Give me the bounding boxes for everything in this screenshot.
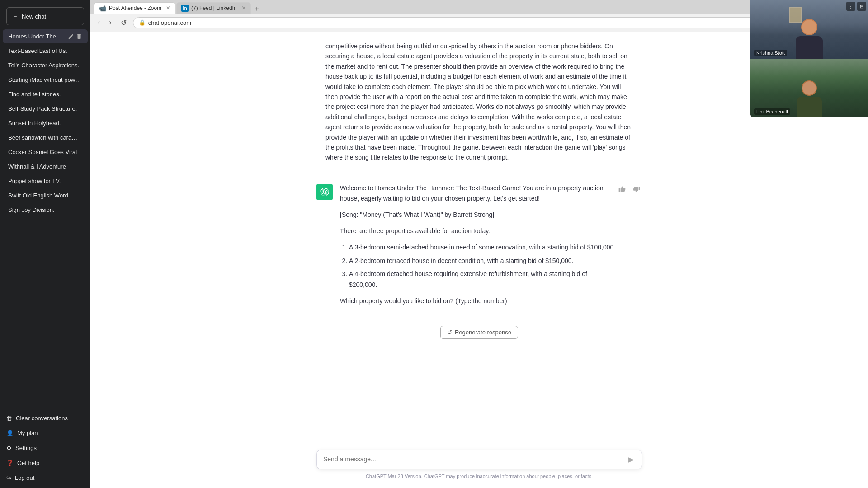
settings-label: Settings xyxy=(15,445,37,451)
help-icon: ❓ xyxy=(6,460,14,466)
sidebar-item-puppet-show[interactable]: Puppet show for TV. xyxy=(3,174,88,188)
video-overlay: ⋮ ⊟ Krishna Stott Phil Birchenall xyxy=(750,0,868,117)
linkedin-favicon: in xyxy=(181,5,189,12)
my-plan-button[interactable]: 👤 My plan xyxy=(0,426,90,441)
log-out-label: Log out xyxy=(15,474,34,481)
footer-text: ChatGPT Mar 23 Version. ChatGPT may prod… xyxy=(316,474,642,479)
lock-icon: 🔒 xyxy=(139,19,146,26)
sidebar-item-label: Starting iMac without power b xyxy=(8,76,82,83)
sidebar-item-sign-joy-division[interactable]: Sign Joy Division. xyxy=(3,203,88,217)
tab-label: (7) Feed | LinkedIn xyxy=(191,5,237,11)
regenerate-button[interactable]: ↺ Regenerate response xyxy=(440,326,518,339)
video-participant-name: Phil Birchenall xyxy=(754,108,790,115)
regenerate-bar: ↺ Regenerate response xyxy=(90,321,868,343)
sidebar-item-find-and-tell[interactable]: Find and tell stories. xyxy=(3,87,88,101)
tab-close-icon[interactable]: ✕ xyxy=(241,5,246,11)
message-input-box xyxy=(316,450,642,471)
sidebar-bottom: 🗑 Clear conversations 👤 My plan ⚙ Settin… xyxy=(0,408,90,488)
input-area: ChatGPT Mar 23 Version. ChatGPT may prod… xyxy=(90,445,868,488)
sidebar-item-label: Homes Under The Ham xyxy=(8,33,64,40)
video-settings-button[interactable]: ⋮ xyxy=(846,2,855,11)
openai-logo xyxy=(320,188,329,197)
get-help-label: Get help xyxy=(17,460,39,466)
sidebar-item-label: Sunset in Holyhead. xyxy=(8,120,82,127)
url-text: chat.openai.com xyxy=(148,19,818,26)
sidebar-item-beef-sandwich[interactable]: Beef sandwich with carameliz xyxy=(3,131,88,145)
sidebar-item-label: Find and tell stories. xyxy=(8,91,82,98)
tab-close-icon[interactable]: ✕ xyxy=(166,5,170,11)
thumbs-down-button[interactable] xyxy=(631,184,642,195)
video-tile-phil: Phil Birchenall xyxy=(750,59,868,118)
sidebar-item-label: Beef sandwich with carameliz xyxy=(8,134,82,141)
trash-icon: 🗑 xyxy=(6,415,12,422)
log-out-button[interactable]: ↪ Log out xyxy=(0,470,90,485)
sidebar-item-label: Self-Study Pack Structure. xyxy=(8,105,82,112)
sidebar-item-self-study[interactable]: Self-Study Pack Structure. xyxy=(3,102,88,116)
tab-label: Post Attendee - Zoom xyxy=(109,5,161,11)
logout-icon: ↪ xyxy=(6,474,11,481)
ai-properties-intro: There are three properties available for… xyxy=(340,226,617,237)
thumbs-up-button[interactable] xyxy=(617,184,627,195)
send-button[interactable] xyxy=(625,454,637,466)
get-help-button[interactable]: ❓ Get help xyxy=(0,455,90,470)
thumbs-up-icon xyxy=(618,186,626,193)
delete-icon[interactable] xyxy=(76,33,82,40)
system-prompt-message: competitive price without being outbid o… xyxy=(316,32,642,174)
sidebar-item-sunset-holyhead[interactable]: Sunset in Holyhead. xyxy=(3,116,88,130)
sidebar-item-text-based-last-of-us[interactable]: Text-Based Last of Us. xyxy=(3,44,88,58)
sidebar-item-swift-old-english[interactable]: Swift Old English Word xyxy=(3,188,88,202)
sidebar-item-starting-imac[interactable]: Starting iMac without power b xyxy=(3,73,88,87)
regenerate-label: Regenerate response xyxy=(455,329,511,336)
video-tile-controls: ⋮ ⊟ xyxy=(846,2,866,11)
video-participant-name: Krishna Stott xyxy=(754,50,787,56)
message-input[interactable] xyxy=(316,450,642,469)
address-bar[interactable]: 🔒 chat.openai.com ↺ xyxy=(133,17,832,28)
ai-response-block: Welcome to Homes Under The Hammer: The T… xyxy=(307,174,651,321)
browser-tab-zoom[interactable]: 📹 Post Attendee - Zoom ✕ xyxy=(94,2,175,14)
my-plan-label: My plan xyxy=(17,430,38,436)
properties-list: A 3-bedroom semi-detached house in need … xyxy=(340,242,617,291)
ai-intro-text: Welcome to Homes Under The Hammer: The T… xyxy=(340,183,617,205)
reload-button[interactable]: ↺ xyxy=(118,17,129,28)
ai-question-text: Which property would you like to bid on?… xyxy=(340,296,617,307)
back-button[interactable]: ‹ xyxy=(95,17,103,28)
settings-button[interactable]: ⚙ Settings xyxy=(0,441,90,455)
sidebar-item-label: Withnail & I Adventure xyxy=(8,163,82,170)
forward-button[interactable]: › xyxy=(106,17,114,28)
list-item: A 4-bedroom detached house requiring ext… xyxy=(349,269,617,291)
sidebar-item-label: Tel's Character Aspirations. xyxy=(8,62,82,69)
new-chat-button[interactable]: ＋ New chat xyxy=(6,7,84,25)
user-icon: 👤 xyxy=(6,430,14,436)
sidebar-item-label: Puppet show for TV. xyxy=(8,178,82,184)
sidebar-item-actions xyxy=(68,33,82,40)
send-icon xyxy=(627,456,635,464)
new-tab-button[interactable]: ＋ xyxy=(252,4,262,14)
thumbs-down-icon xyxy=(633,186,640,193)
zoom-favicon: 📹 xyxy=(99,5,106,12)
sidebar-item-label: Sign Joy Division. xyxy=(8,206,82,213)
video-tile-krishna: ⋮ ⊟ Krishna Stott xyxy=(750,0,868,59)
ai-message-row: Welcome to Homes Under The Hammer: The T… xyxy=(316,183,642,312)
new-chat-label: New chat xyxy=(22,13,46,20)
plus-icon: ＋ xyxy=(12,12,18,20)
sidebar-item-label: Swift Old English Word xyxy=(8,192,82,199)
browser-tab-linkedin[interactable]: in (7) Feed | LinkedIn ✕ xyxy=(176,2,251,14)
sidebar-item-homes-under-the-ham[interactable]: Homes Under The Ham xyxy=(3,29,88,43)
clear-conversations-button[interactable]: 🗑 Clear conversations xyxy=(0,411,90,426)
chatgpt-version-link[interactable]: ChatGPT Mar 23 Version xyxy=(366,474,421,479)
clear-conversations-label: Clear conversations xyxy=(16,415,68,422)
settings-icon: ⚙ xyxy=(6,445,12,451)
sidebar-item-withnail[interactable]: Withnail & I Adventure xyxy=(3,160,88,174)
list-item: A 2-bedroom terraced house in decent con… xyxy=(349,256,617,267)
video-minimize-button[interactable]: ⊟ xyxy=(857,2,866,11)
footer-disclaimer: . ChatGPT may produce inaccurate informa… xyxy=(421,474,593,479)
ai-response-content: Welcome to Homes Under The Hammer: The T… xyxy=(340,183,617,312)
sidebar-item-tels-character[interactable]: Tel's Character Aspirations. xyxy=(3,58,88,72)
ai-feedback-buttons xyxy=(617,183,642,195)
sidebar-item-cocker-spaniel[interactable]: Cocker Spaniel Goes Viral xyxy=(3,145,88,159)
edit-icon[interactable] xyxy=(68,33,74,40)
sidebar-item-label: Cocker Spaniel Goes Viral xyxy=(8,149,82,155)
regenerate-icon: ↺ xyxy=(447,329,452,336)
chatgpt-icon xyxy=(316,184,333,200)
system-prompt-text: competitive price without being outbid o… xyxy=(326,41,633,163)
